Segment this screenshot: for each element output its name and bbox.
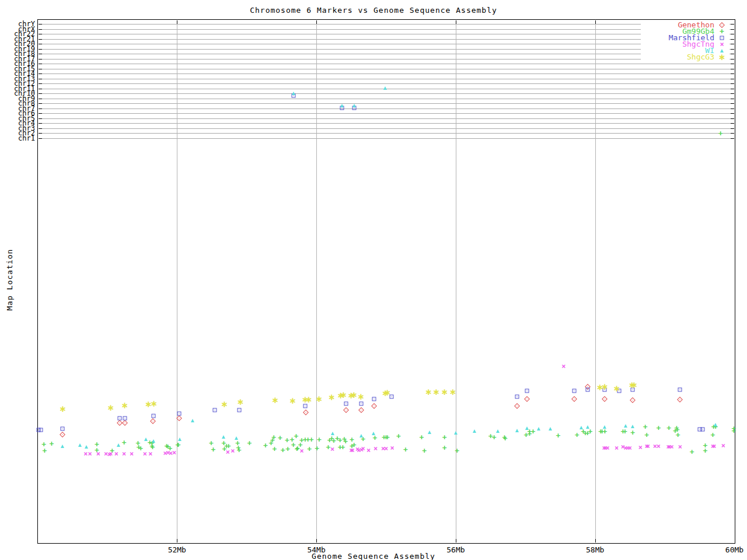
x-tick-bottom xyxy=(177,539,177,542)
data-point-gm99gb4: + xyxy=(575,432,580,438)
data-point-wi xyxy=(144,438,148,441)
data-point-gm99gb4: + xyxy=(531,429,536,435)
data-point-marshfield xyxy=(678,388,682,392)
y-tick-right xyxy=(731,133,734,134)
plus-icon: + xyxy=(720,29,724,34)
data-point-wi xyxy=(428,430,431,434)
data-point-wi xyxy=(222,435,225,439)
horizontal-gridline xyxy=(39,24,734,24)
data-point-gm99gb4: + xyxy=(588,429,592,435)
data-point-shgcg3: ∗ xyxy=(289,398,296,404)
data-point-shgcg3: ∗ xyxy=(601,384,609,390)
y-tick-left xyxy=(39,83,42,84)
data-point-shgctng: × xyxy=(96,451,100,457)
data-point-wi xyxy=(537,427,540,430)
data-point-gm99gb4: + xyxy=(455,448,459,454)
data-point-shgctng: × xyxy=(361,446,365,452)
horizontal-gridline xyxy=(39,99,734,99)
data-point-marshfield xyxy=(372,397,376,401)
data-point-gm99gb4: + xyxy=(630,430,635,436)
y-tick-left xyxy=(39,93,42,94)
data-point-wi xyxy=(178,438,181,441)
data-point-gm99gb4: + xyxy=(419,435,424,440)
data-point-gm99gb4: + xyxy=(263,443,268,449)
data-point-wi xyxy=(85,445,88,449)
data-point-marshfield xyxy=(177,412,181,416)
data-point-wi xyxy=(473,429,476,433)
data-point-gm99gb4: + xyxy=(623,429,627,435)
horizontal-gridline xyxy=(39,74,734,74)
y-tick-left xyxy=(39,133,42,134)
data-point-gm99gb4: + xyxy=(176,442,181,448)
data-point-shgctng: × xyxy=(712,443,716,449)
horizontal-gridline xyxy=(39,93,734,94)
data-point-shgcg3: ∗ xyxy=(357,394,365,400)
y-tick-left xyxy=(39,54,42,54)
data-point-gm99gb4: + xyxy=(718,131,723,136)
data-point-marshfield xyxy=(123,416,127,421)
y-tick-left xyxy=(39,59,42,60)
data-point-shgctng: × xyxy=(226,449,230,455)
x-tick-label: 54Mb xyxy=(299,545,334,554)
data-point-gm99gb4: + xyxy=(385,435,390,440)
data-point-shgctng: × xyxy=(330,446,334,452)
data-point-wi xyxy=(603,425,606,429)
data-point-gm99gb4: + xyxy=(285,446,290,452)
y-tick-left xyxy=(39,39,42,40)
data-point-wi xyxy=(586,425,589,429)
data-point-wi xyxy=(352,104,356,107)
data-point-shgctng: × xyxy=(669,444,673,450)
data-point-gm99gb4: + xyxy=(666,425,671,431)
y-axis-label: Map Location xyxy=(5,245,14,315)
data-point-shgctng: × xyxy=(615,445,619,451)
data-point-gm99gb4: + xyxy=(49,441,54,447)
vertical-gridline xyxy=(595,20,596,542)
data-point-wi xyxy=(359,434,363,438)
y-tick-right xyxy=(731,113,734,114)
data-point-gm99gb4: + xyxy=(43,448,47,454)
data-point-shgctng: × xyxy=(351,447,355,453)
y-tick-left xyxy=(39,49,42,50)
data-point-shgcg3: ∗ xyxy=(237,399,245,405)
data-point-gm99gb4: + xyxy=(643,424,648,430)
data-point-marshfield xyxy=(585,388,589,392)
data-point-marshfield xyxy=(39,428,43,432)
x-tick-label: 60Mb xyxy=(717,545,747,554)
data-point-shgctng: × xyxy=(172,450,176,456)
x-tick-top xyxy=(177,20,177,24)
data-point-gm99gb4: + xyxy=(271,435,276,440)
y-tick-left xyxy=(39,74,42,74)
data-point-shgctng: × xyxy=(143,451,147,457)
data-point-wi xyxy=(78,443,82,447)
y-tick-left xyxy=(39,99,42,99)
x-tick-top xyxy=(316,20,317,24)
data-point-shgctng: × xyxy=(606,445,610,451)
data-point-shgctng: × xyxy=(366,447,371,453)
data-point-marshfield xyxy=(359,402,363,406)
data-point-gm99gb4: + xyxy=(237,447,242,453)
data-point-gm99gb4: + xyxy=(731,428,736,434)
data-point-shgctng: × xyxy=(561,363,566,369)
data-point-shgctng: × xyxy=(83,451,88,457)
square-icon xyxy=(720,36,724,40)
data-point-shgctng: × xyxy=(231,448,235,454)
y-tick-right xyxy=(731,74,734,74)
data-point-shgcg3: ∗ xyxy=(425,389,432,395)
y-tick-right xyxy=(731,99,734,99)
data-point-wi xyxy=(292,92,295,95)
data-point-shgcg3: ∗ xyxy=(350,392,358,398)
data-point-wi xyxy=(714,423,717,426)
data-point-marshfield xyxy=(515,395,519,399)
horizontal-gridline xyxy=(39,54,734,54)
horizontal-gridline xyxy=(39,118,734,119)
data-point-gm99gb4: + xyxy=(309,437,314,443)
data-point-shgctng: × xyxy=(646,443,650,449)
data-point-shgctng: × xyxy=(657,443,661,449)
data-point-wi xyxy=(549,427,552,430)
y-tick-right xyxy=(731,108,734,109)
data-point-marshfield xyxy=(525,389,529,393)
horizontal-gridline xyxy=(39,69,734,69)
y-tick-right xyxy=(731,69,734,69)
y-tick-left xyxy=(39,79,42,79)
data-point-gm99gb4: + xyxy=(644,432,649,438)
